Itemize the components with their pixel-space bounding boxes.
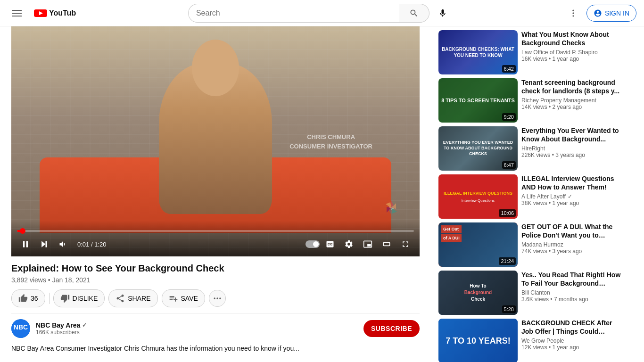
sidebar-meta-5: 74K views • 3 years ago: [521, 248, 621, 255]
volume-button[interactable]: [55, 236, 72, 253]
settings-button[interactable]: [340, 236, 357, 253]
like-dislike-divider: [49, 293, 50, 304]
sidebar-channel-4: A Life After Layoff ✓: [521, 193, 621, 200]
sidebar-duration-5: 21:24: [499, 257, 516, 265]
captions-button[interactable]: [322, 236, 339, 253]
svg-rect-0: [12, 10, 22, 11]
sidebar-channel-5: Madana Hurmoz: [521, 241, 621, 248]
sidebar-channel-6: Bill Clanton: [521, 289, 621, 296]
sidebar-thumb-text-5: Get Out of A DUI: [441, 225, 462, 243]
sidebar-info-5: GET OUT OF A DUI. What the Police Don't …: [521, 222, 621, 267]
like-count: 36: [31, 295, 38, 302]
progress-fill: [17, 230, 23, 232]
sidebar-thumbnail-2: 8 TIPS TO SCREEN TENANTS 9:20: [438, 78, 518, 123]
time-display: 0:01 / 1:20: [77, 241, 106, 248]
sidebar-duration-2: 9:20: [502, 113, 516, 121]
play-pause-button[interactable]: [17, 236, 34, 253]
sidebar-title-4: ILLEGAL Interview Questions AND How to A…: [521, 174, 621, 191]
miniplayer-button[interactable]: [359, 236, 376, 253]
more-options-button[interactable]: [564, 4, 583, 23]
share-label: SHARE: [128, 295, 150, 302]
sidebar-video-6[interactable]: How To Background Check 5:28 Yes.. You R…: [438, 271, 621, 315]
verified-icon: ✓: [82, 322, 87, 329]
sidebar-title-7: BACKGROUND CHECK After Job Offer | Thing…: [521, 319, 621, 336]
sidebar-meta-4: 38K views • 1 year ago: [521, 200, 621, 206]
watermark-role: CONSUMER INVESTIGATOR: [289, 141, 372, 151]
sidebar-info-2: Tenant screening background check for la…: [521, 78, 621, 123]
video-section: CHRIS CHMURA CONSUMER INVESTIGATOR: [0, 26, 431, 362]
like-button[interactable]: 36: [11, 289, 45, 307]
view-count: 3,892 views: [11, 276, 46, 284]
autoplay-toggle[interactable]: [305, 240, 320, 248]
sidebar-thumb-text-7: 7 TO 10 YEARS!: [446, 337, 510, 345]
save-button[interactable]: SAVE: [162, 289, 205, 307]
sidebar-video-7[interactable]: 7 TO 10 YEARS! BACKGROUND CHECK After Jo…: [438, 319, 621, 362]
sidebar-info-1: What You Must Know About Background Chec…: [521, 30, 621, 74]
svg-point-20: [214, 297, 215, 299]
video-actions: 36 DISLIKE SHARE SAVE: [11, 289, 420, 313]
sidebar-duration-1: 6:42: [502, 65, 516, 73]
sidebar-meta-2: 14K views • 2 years ago: [521, 104, 621, 110]
channel-avatar[interactable]: NBC: [11, 319, 30, 338]
publish-date: Jan 18, 2021: [52, 276, 91, 284]
svg-marker-12: [391, 208, 397, 214]
share-button[interactable]: SHARE: [108, 289, 157, 307]
progress-dot: [20, 228, 25, 234]
video-description: NBC Bay Area Consumer Investigator Chris…: [11, 344, 420, 354]
channel-row: NBC NBC Bay Area ✓ 166K subscribers SUBS…: [11, 319, 420, 338]
sidebar-video-3[interactable]: Everything You Ever Wanted to Know About…: [438, 126, 621, 171]
svg-marker-15: [386, 202, 391, 208]
save-label: SAVE: [181, 295, 198, 302]
dislike-label: DISLIKE: [73, 295, 98, 302]
sidebar-thumb-text-6: How To Background Check: [464, 283, 492, 303]
sidebar-meta-7: 12K views • 1 year ago: [521, 344, 621, 351]
sidebar-title-1: What You Must Know About Background Chec…: [521, 30, 621, 47]
video-meta: 3,892 views • Jan 18, 2021: [11, 276, 420, 284]
fullscreen-button[interactable]: [397, 236, 414, 253]
sidebar-video-2[interactable]: 8 TIPS TO SCREEN TENANTS 9:20 Tenant scr…: [438, 78, 621, 123]
nbc-watermark: [382, 198, 401, 219]
video-watermark: CHRIS CHMURA CONSUMER INVESTIGATOR: [289, 132, 372, 151]
sidebar-video-5[interactable]: Get Out of A DUI 21:24 GET OUT OF A DUI.…: [438, 222, 621, 267]
channel-name: NBC Bay Area ✓: [36, 321, 358, 329]
header: YouTube SIGN IN: [0, 0, 644, 26]
sign-in-button[interactable]: SIGN IN: [586, 5, 636, 22]
sidebar-thumbnail-4: ILLEGAL Interview Questions Interview Qu…: [438, 174, 518, 219]
video-player[interactable]: CHRIS CHMURA CONSUMER INVESTIGATOR: [11, 26, 420, 256]
sidebar-video-4[interactable]: ILLEGAL Interview Questions Interview Qu…: [438, 174, 621, 219]
sidebar-channel-2: Richey Property Management: [521, 97, 621, 104]
sidebar-thumbnail-6: How To Background Check 5:28: [438, 271, 518, 315]
watermark-name: CHRIS CHMURA: [289, 132, 372, 142]
sidebar-channel-7: We Grow People: [521, 337, 621, 344]
svg-point-21: [216, 297, 218, 299]
sidebar-thumbnail-3: Everything You Ever Wanted to Know About…: [438, 126, 518, 171]
sidebar-thumb-text-4: ILLEGAL Interview Questions: [444, 190, 512, 197]
svg-point-22: [219, 297, 221, 299]
search-button[interactable]: [399, 4, 429, 23]
search-input[interactable]: [188, 4, 399, 23]
sign-in-label: SIGN IN: [605, 9, 629, 17]
sidebar-thumbnail-5: Get Out of A DUI 21:24: [438, 222, 518, 267]
sidebar-meta-1: 16K views • 1 year ago: [521, 56, 621, 62]
sidebar-duration-4: 10:06: [499, 209, 516, 217]
next-button[interactable]: [36, 236, 53, 253]
progress-bar[interactable]: [17, 230, 414, 232]
sidebar-title-5: GET OUT OF A DUI. What the Police Don't …: [521, 222, 621, 239]
sidebar-info-7: BACKGROUND CHECK After Job Offer | Thing…: [521, 319, 621, 362]
youtube-logo[interactable]: YouTube: [34, 8, 76, 18]
svg-rect-17: [26, 241, 28, 247]
svg-text:NBC: NBC: [14, 323, 28, 331]
svg-rect-19: [46, 241, 47, 247]
more-actions-button[interactable]: [209, 290, 226, 307]
svg-point-7: [572, 12, 574, 14]
svg-rect-16: [23, 241, 25, 247]
theater-mode-button[interactable]: [378, 236, 395, 253]
dislike-button[interactable]: DISLIKE: [53, 289, 105, 307]
mic-button[interactable]: [433, 4, 452, 23]
svg-point-6: [572, 9, 574, 11]
video-title: Explained: How to See Your Background Ch…: [11, 262, 420, 274]
menu-button[interactable]: [8, 4, 26, 23]
subscribe-button[interactable]: SUBSCRIBE: [363, 320, 420, 337]
sidebar-title-6: Yes.. You Read That Right! How To Fail Y…: [521, 271, 621, 288]
sidebar-video-1[interactable]: Background Checks: What You Need to Know…: [438, 30, 621, 74]
